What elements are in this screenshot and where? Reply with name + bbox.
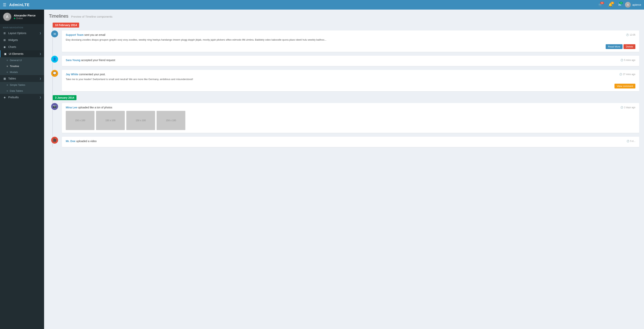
timeline-time-video: 🕐 5 d... bbox=[626, 140, 636, 142]
sidebar-label-tables: Tables bbox=[8, 77, 40, 80]
sidebar-label-ui-elements: UI Elements bbox=[9, 52, 40, 55]
clock-icon: 🕐 bbox=[620, 59, 623, 61]
sidebar-item-widgets[interactable]: ⊠ Widgets bbox=[0, 36, 44, 43]
sidebar-item-layout-options[interactable]: ⊞ Layout Options ❯ bbox=[0, 30, 44, 36]
page-header: Timelines Preview of Timeline components bbox=[49, 13, 639, 19]
timeline-title-photos: Mina Lee uploaded like a ton of photos bbox=[66, 106, 112, 109]
notifications-button[interactable]: 🔔 5 bbox=[606, 2, 614, 8]
timeline-icon-comment: 💬 bbox=[51, 70, 58, 77]
photo-item[interactable]: 150 x 100 bbox=[96, 111, 125, 130]
sidebar-user-name: Alexander Pierce bbox=[14, 14, 36, 17]
charts-icon: ◉ bbox=[3, 45, 6, 48]
timeline-title-rest-comment: commented your post. bbox=[78, 73, 106, 76]
timeline-time-photos: 🕐 2 days ago bbox=[620, 106, 636, 109]
cart-button[interactable]: 🛒 42 bbox=[596, 2, 604, 8]
sidebar-toggle-button[interactable]: ☰ bbox=[3, 2, 6, 7]
timeline-time-friend: 🕐 5 mins ago bbox=[620, 59, 636, 61]
clock-icon: 🕐 bbox=[619, 73, 622, 76]
sidebar-sub-tables: Simple Tables Data Tables bbox=[0, 82, 44, 94]
mr-doe-link[interactable]: Mr. Doe bbox=[66, 140, 76, 143]
messages-button[interactable]: ✉ 4 bbox=[616, 2, 623, 8]
mina-lee-link[interactable]: Mina Lee bbox=[66, 106, 77, 109]
sidebar-label-charts: Charts bbox=[8, 45, 41, 48]
dot-icon bbox=[7, 84, 8, 86]
table-row: 💬 Jay White commented your post. 🕐 27 mi… bbox=[55, 70, 639, 91]
timeline-footer-email: Read More Delete bbox=[66, 44, 636, 49]
timeline-date-label-1: 10 February 2014 bbox=[53, 22, 79, 27]
sidebar-item-prebuilts[interactable]: ◈ Prebuilts ❯ bbox=[0, 94, 44, 101]
avatar: A bbox=[625, 2, 631, 8]
navbar-left: ☰ AdminLTE bbox=[3, 2, 30, 7]
timeline-icon-video: 🎥 bbox=[51, 137, 58, 144]
timeline-icon-photos: 📷 bbox=[51, 103, 58, 110]
clock-icon: 🕐 bbox=[620, 106, 623, 109]
dot-icon bbox=[7, 66, 8, 67]
sidebar-label-data-tables: Data Tables bbox=[10, 89, 23, 92]
timeline-icon-friend: 👤 bbox=[51, 56, 58, 63]
timeline-icon-email: ✉ bbox=[51, 30, 58, 37]
timeline-header-comment: Jay White commented your post. 🕐 27 mins… bbox=[66, 73, 636, 76]
dot-icon bbox=[7, 72, 8, 73]
jay-white-link[interactable]: Jay White bbox=[66, 73, 78, 76]
messages-badge: 4 bbox=[619, 2, 623, 4]
chevron-right-icon: ❯ bbox=[40, 77, 41, 80]
cart-badge: 42 bbox=[600, 2, 604, 4]
timeline-title-rest-friend: accepted your friend request bbox=[80, 59, 115, 62]
timeline-content-comment: Jay White commented your post. 🕐 27 mins… bbox=[62, 70, 639, 91]
chevron-right-icon: ❯ bbox=[40, 32, 41, 34]
table-row: 📷 Mina Lee uploaded like a ton of photos… bbox=[55, 103, 639, 133]
dot-icon bbox=[7, 90, 8, 91]
timeline-body-comment: Take me to your leader! Switzerland is s… bbox=[66, 77, 636, 81]
sidebar-label-timeline: Timeline bbox=[10, 65, 19, 68]
sidebar-item-modals[interactable]: Modals bbox=[0, 69, 44, 75]
photo-item[interactable]: 150 x 100 bbox=[126, 111, 155, 130]
navbar: ☰ AdminLTE 🛒 42 🔔 5 ✉ 4 A apierce bbox=[0, 0, 644, 9]
timeline-content-photos: Mina Lee uploaded like a ton of photos 🕐… bbox=[62, 103, 639, 133]
sidebar-item-simple-tables[interactable]: Simple Tables bbox=[0, 82, 44, 88]
photo-item[interactable]: 150 x 100 bbox=[156, 111, 185, 130]
brand-name-bold: LTE bbox=[22, 3, 30, 7]
timeline-footer-comment: View comment bbox=[66, 84, 636, 88]
timeline-header-photos: Mina Lee uploaded like a ton of photos 🕐… bbox=[66, 106, 636, 109]
sara-young-link[interactable]: Sara Young bbox=[66, 59, 80, 62]
sidebar-label-widgets: Widgets bbox=[8, 38, 41, 41]
table-row: 🎥 Mr. Doe uploaded a video 🕐 5 d... bbox=[55, 137, 639, 147]
photo-item[interactable]: 150 x 100 bbox=[66, 111, 94, 130]
sidebar-item-timeline[interactable]: Timeline bbox=[0, 63, 44, 69]
clock-icon: 🕐 bbox=[626, 33, 629, 36]
timeline-time-comment: 🕐 27 mins ago bbox=[619, 73, 636, 76]
main-content: Timelines Preview of Timeline components… bbox=[44, 9, 644, 329]
delete-button[interactable]: Delete bbox=[624, 44, 636, 49]
user-menu[interactable]: A apierce bbox=[625, 2, 641, 8]
sidebar-item-data-tables[interactable]: Data Tables bbox=[0, 88, 44, 94]
support-team-link[interactable]: Support Team bbox=[66, 33, 84, 36]
page-title: Timelines bbox=[49, 13, 68, 18]
sidebar-item-general-ui[interactable]: General UI bbox=[0, 57, 44, 63]
sidebar-item-tables[interactable]: ▦ Tables ❯ bbox=[0, 75, 44, 82]
sidebar-item-charts[interactable]: ◉ Charts bbox=[0, 43, 44, 50]
timeline-title-rest-photos: uploaded like a ton of photos bbox=[77, 106, 112, 109]
timeline-title-friend: Sara Young accepted your friend request bbox=[66, 59, 115, 62]
sidebar-user-panel: A Alexander Pierce Online bbox=[0, 9, 44, 24]
sidebar-label-modals: Modals bbox=[10, 71, 18, 73]
username-label: apierce bbox=[632, 3, 641, 6]
sidebar-label-simple-tables: Simple Tables bbox=[10, 83, 25, 86]
read-more-button[interactable]: Read More bbox=[606, 44, 622, 49]
sidebar-label-layout-options: Layout Options bbox=[8, 31, 40, 35]
view-comment-button[interactable]: View comment bbox=[614, 84, 636, 88]
sidebar-label-prebuilts: Prebuilts bbox=[8, 96, 40, 99]
sidebar-label-general-ui: General UI bbox=[10, 59, 22, 62]
sidebar-avatar: A bbox=[3, 12, 12, 21]
sidebar-user-status: Online bbox=[14, 17, 36, 20]
timeline-content-friend: Sara Young accepted your friend request … bbox=[62, 56, 639, 66]
ui-elements-icon: ▣ bbox=[4, 52, 7, 55]
dot-icon bbox=[7, 60, 8, 61]
timeline-title-comment: Jay White commented your post. bbox=[66, 73, 106, 76]
timeline-content-email: Support Team sent you an email 🕐 12:05 E… bbox=[62, 30, 639, 52]
timeline-header-video: Mr. Doe uploaded a video 🕐 5 d... bbox=[66, 140, 636, 143]
layout-icon: ⊞ bbox=[3, 31, 6, 35]
sidebar-item-ui-elements[interactable]: ▣ UI Elements ❯ bbox=[0, 50, 44, 57]
timeline-header-email: Support Team sent you an email 🕐 12:05 bbox=[66, 33, 636, 36]
widgets-icon: ⊠ bbox=[3, 38, 6, 41]
timeline-title-rest-video: uploaded a video bbox=[76, 140, 97, 143]
